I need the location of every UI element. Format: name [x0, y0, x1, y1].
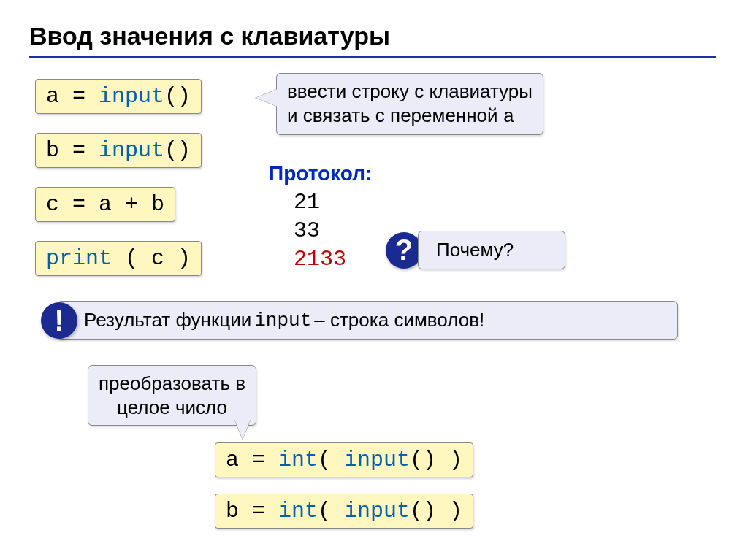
- callout-input-explain: ввести строку с клавиатуры и связать с п…: [276, 73, 543, 135]
- icon-glyph: !: [54, 304, 64, 337]
- info-result-string: Результат функции input – строка символо…: [57, 301, 678, 340]
- code-keyword: print: [46, 246, 112, 271]
- callout-text: и связать с переменной: [287, 104, 503, 126]
- protocol-value: 33: [294, 217, 372, 245]
- code-b-input: b = input(): [35, 133, 202, 168]
- code-text: () ): [410, 499, 462, 523]
- code-text: () ): [410, 448, 462, 472]
- code-text: ( c ): [112, 246, 191, 271]
- info-text: – строка символов!: [314, 309, 484, 331]
- info-text: Результат функции: [84, 309, 251, 331]
- callout-pointer-icon: [234, 418, 251, 440]
- callout-pointer-icon: [256, 89, 278, 107]
- code-c-assign: c = a + b: [35, 187, 175, 222]
- protocol-value: 21: [294, 188, 372, 217]
- icon-glyph: ?: [395, 234, 413, 266]
- callout-why: Почему?: [418, 231, 565, 269]
- protocol-label: Протокол:: [269, 162, 372, 185]
- page-title: Ввод значения с клавиатуры: [29, 22, 719, 50]
- question-icon: ?: [386, 232, 422, 269]
- callout-text: Почему?: [436, 239, 514, 261]
- code-text: a =: [226, 448, 278, 472]
- code-text: (: [318, 499, 344, 523]
- code-text: b =: [46, 138, 99, 163]
- code-keyword: int: [278, 448, 318, 472]
- code-b-int-input: b = int( input() ): [215, 494, 473, 529]
- code-text: (: [318, 448, 344, 472]
- protocol-result: 2133: [294, 245, 372, 274]
- code-text: a =: [46, 84, 99, 109]
- code-text: b =: [226, 499, 278, 523]
- callout-line: целое число: [99, 396, 245, 420]
- exclaim-icon: !: [41, 302, 77, 339]
- title-underline: [29, 56, 716, 58]
- code-text: (): [164, 84, 191, 109]
- callout-line: преобразовать в: [99, 372, 245, 396]
- code-keyword: int: [278, 499, 318, 523]
- code-keyword: input: [99, 84, 164, 109]
- code-keyword: input: [99, 138, 164, 163]
- code-text: c = a + b: [46, 192, 164, 217]
- code-a-input: a = input(): [35, 79, 202, 114]
- callout-var: a: [503, 106, 515, 128]
- callout-convert-int: преобразовать в целое число: [88, 365, 256, 426]
- code-a-int-input: a = int( input() ): [215, 442, 473, 477]
- callout-line: ввести строку с клавиатуры: [287, 80, 533, 104]
- code-keyword: input: [344, 499, 410, 523]
- code-keyword: input: [344, 448, 410, 472]
- code-text: (): [164, 138, 191, 163]
- callout-line: и связать с переменной a: [287, 104, 533, 129]
- code-print: print ( c ): [35, 241, 202, 276]
- info-fn-name: input: [254, 310, 311, 331]
